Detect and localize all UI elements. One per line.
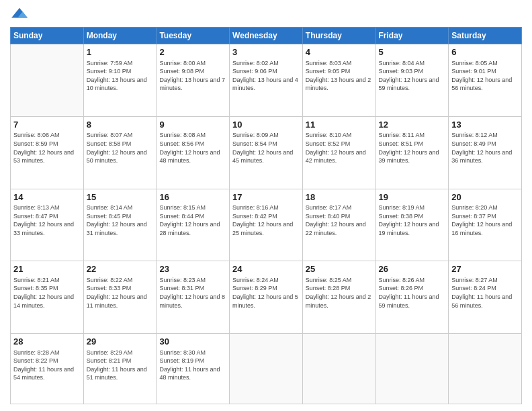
- cell-info: Sunrise: 8:04 AMSunset: 9:03 PMDaylight:…: [379, 59, 446, 93]
- calendar-cell: 28Sunrise: 8:28 AMSunset: 8:22 PMDayligh…: [11, 334, 84, 404]
- calendar-cell: [449, 334, 522, 404]
- day-number: 29: [87, 336, 154, 348]
- day-number: 4: [306, 46, 373, 58]
- calendar-cell: 19Sunrise: 8:19 AMSunset: 8:38 PMDayligh…: [375, 189, 449, 261]
- cell-info: Sunrise: 8:02 AMSunset: 9:06 PMDaylight:…: [232, 59, 300, 93]
- day-number: 6: [451, 46, 519, 58]
- calendar-cell: 16Sunrise: 8:15 AMSunset: 8:44 PMDayligh…: [157, 189, 230, 261]
- logo-icon: [10, 7, 29, 21]
- day-number: 26: [379, 263, 446, 275]
- day-number: 9: [159, 119, 226, 131]
- cell-info: Sunrise: 8:10 AMSunset: 8:52 PMDaylight:…: [306, 131, 373, 165]
- calendar-cell: 6Sunrise: 8:05 AMSunset: 9:01 PMDaylight…: [449, 44, 522, 117]
- calendar-cell: 4Sunrise: 8:03 AMSunset: 9:05 PMDaylight…: [302, 44, 375, 117]
- day-number: 1: [87, 46, 154, 58]
- page: SundayMondayTuesdayWednesdayThursdayFrid…: [0, 0, 532, 411]
- week-row-1: 1Sunrise: 7:59 AMSunset: 9:10 PMDaylight…: [11, 44, 522, 117]
- calendar-cell: 17Sunrise: 8:16 AMSunset: 8:42 PMDayligh…: [230, 189, 303, 261]
- cell-info: Sunrise: 8:07 AMSunset: 8:58 PMDaylight:…: [87, 131, 154, 165]
- calendar-table: SundayMondayTuesdayWednesdayThursdayFrid…: [10, 27, 522, 404]
- calendar-cell: 22Sunrise: 8:22 AMSunset: 8:33 PMDayligh…: [83, 261, 157, 334]
- header: [10, 7, 522, 21]
- calendar-cell: 1Sunrise: 7:59 AMSunset: 9:10 PMDaylight…: [83, 44, 157, 117]
- calendar-cell: 21Sunrise: 8:21 AMSunset: 8:35 PMDayligh…: [11, 261, 84, 334]
- cell-info: Sunrise: 8:00 AMSunset: 9:08 PMDaylight:…: [159, 59, 226, 93]
- weekday-header-row: SundayMondayTuesdayWednesdayThursdayFrid…: [11, 28, 522, 44]
- calendar-cell: 9Sunrise: 8:08 AMSunset: 8:56 PMDaylight…: [157, 116, 230, 189]
- cell-info: Sunrise: 8:29 AMSunset: 8:21 PMDaylight:…: [87, 349, 154, 382]
- day-number: 10: [232, 119, 300, 131]
- day-number: 30: [159, 336, 226, 348]
- cell-info: Sunrise: 8:20 AMSunset: 8:37 PMDaylight:…: [451, 203, 519, 237]
- calendar-cell: 11Sunrise: 8:10 AMSunset: 8:52 PMDayligh…: [302, 116, 375, 189]
- cell-info: Sunrise: 8:14 AMSunset: 8:45 PMDaylight:…: [87, 203, 154, 237]
- cell-info: Sunrise: 8:19 AMSunset: 8:38 PMDaylight:…: [379, 203, 446, 237]
- day-number: 16: [159, 191, 226, 203]
- calendar-cell: 5Sunrise: 8:04 AMSunset: 9:03 PMDaylight…: [375, 44, 449, 117]
- calendar-cell: 27Sunrise: 8:27 AMSunset: 8:24 PMDayligh…: [449, 261, 522, 334]
- cell-info: Sunrise: 8:30 AMSunset: 8:19 PMDaylight:…: [159, 349, 226, 382]
- calendar-cell: 18Sunrise: 8:17 AMSunset: 8:40 PMDayligh…: [302, 189, 375, 261]
- calendar-cell: [375, 334, 449, 404]
- weekday-header-saturday: Saturday: [449, 28, 522, 44]
- calendar-cell: 7Sunrise: 8:06 AMSunset: 8:59 PMDaylight…: [11, 116, 84, 189]
- day-number: 19: [379, 191, 446, 203]
- cell-info: Sunrise: 8:11 AMSunset: 8:51 PMDaylight:…: [379, 131, 446, 165]
- cell-info: Sunrise: 8:22 AMSunset: 8:33 PMDaylight:…: [87, 276, 154, 310]
- calendar-cell: 2Sunrise: 8:00 AMSunset: 9:08 PMDaylight…: [157, 44, 230, 117]
- cell-info: Sunrise: 7:59 AMSunset: 9:10 PMDaylight:…: [87, 59, 154, 93]
- cell-info: Sunrise: 8:13 AMSunset: 8:47 PMDaylight:…: [13, 203, 81, 237]
- cell-info: Sunrise: 8:28 AMSunset: 8:22 PMDaylight:…: [13, 349, 81, 382]
- day-number: 14: [13, 191, 81, 203]
- calendar-cell: 30Sunrise: 8:30 AMSunset: 8:19 PMDayligh…: [157, 334, 230, 404]
- day-number: 11: [306, 119, 373, 131]
- weekday-header-wednesday: Wednesday: [230, 28, 303, 44]
- day-number: 21: [13, 263, 81, 275]
- calendar-cell: 14Sunrise: 8:13 AMSunset: 8:47 PMDayligh…: [11, 189, 84, 261]
- calendar-cell: 13Sunrise: 8:12 AMSunset: 8:49 PMDayligh…: [449, 116, 522, 189]
- calendar-cell: 26Sunrise: 8:26 AMSunset: 8:26 PMDayligh…: [375, 261, 449, 334]
- day-number: 20: [451, 191, 519, 203]
- calendar-cell: [302, 334, 375, 404]
- week-row-5: 28Sunrise: 8:28 AMSunset: 8:22 PMDayligh…: [11, 334, 522, 404]
- calendar-cell: 10Sunrise: 8:09 AMSunset: 8:54 PMDayligh…: [230, 116, 303, 189]
- cell-info: Sunrise: 8:06 AMSunset: 8:59 PMDaylight:…: [13, 131, 81, 165]
- cell-info: Sunrise: 8:08 AMSunset: 8:56 PMDaylight:…: [159, 131, 226, 165]
- day-number: 15: [87, 191, 154, 203]
- calendar-cell: [11, 44, 84, 117]
- cell-info: Sunrise: 8:15 AMSunset: 8:44 PMDaylight:…: [159, 203, 226, 237]
- cell-info: Sunrise: 8:24 AMSunset: 8:29 PMDaylight:…: [232, 276, 300, 310]
- calendar-cell: 3Sunrise: 8:02 AMSunset: 9:06 PMDaylight…: [230, 44, 303, 117]
- cell-info: Sunrise: 8:21 AMSunset: 8:35 PMDaylight:…: [13, 276, 81, 310]
- cell-info: Sunrise: 8:26 AMSunset: 8:26 PMDaylight:…: [379, 276, 446, 310]
- day-number: 5: [379, 46, 446, 58]
- day-number: 18: [306, 191, 373, 203]
- calendar-cell: 23Sunrise: 8:23 AMSunset: 8:31 PMDayligh…: [157, 261, 230, 334]
- calendar-cell: 20Sunrise: 8:20 AMSunset: 8:37 PMDayligh…: [449, 189, 522, 261]
- day-number: 17: [232, 191, 300, 203]
- calendar-cell: 29Sunrise: 8:29 AMSunset: 8:21 PMDayligh…: [83, 334, 157, 404]
- day-number: 24: [232, 263, 300, 275]
- weekday-header-friday: Friday: [375, 28, 449, 44]
- week-row-3: 14Sunrise: 8:13 AMSunset: 8:47 PMDayligh…: [11, 189, 522, 261]
- day-number: 25: [306, 263, 373, 275]
- cell-info: Sunrise: 8:23 AMSunset: 8:31 PMDaylight:…: [159, 276, 226, 310]
- calendar-cell: 15Sunrise: 8:14 AMSunset: 8:45 PMDayligh…: [83, 189, 157, 261]
- day-number: 28: [13, 336, 81, 348]
- cell-info: Sunrise: 8:12 AMSunset: 8:49 PMDaylight:…: [451, 131, 519, 165]
- day-number: 13: [451, 119, 519, 131]
- logo: [10, 7, 32, 21]
- day-number: 3: [232, 46, 300, 58]
- weekday-header-monday: Monday: [83, 28, 157, 44]
- cell-info: Sunrise: 8:05 AMSunset: 9:01 PMDaylight:…: [451, 59, 519, 93]
- cell-info: Sunrise: 8:27 AMSunset: 8:24 PMDaylight:…: [451, 276, 519, 310]
- cell-info: Sunrise: 8:16 AMSunset: 8:42 PMDaylight:…: [232, 203, 300, 237]
- day-number: 8: [87, 119, 154, 131]
- weekday-header-tuesday: Tuesday: [157, 28, 230, 44]
- day-number: 23: [159, 263, 226, 275]
- day-number: 7: [13, 119, 81, 131]
- weekday-header-sunday: Sunday: [11, 28, 84, 44]
- day-number: 2: [159, 46, 226, 58]
- cell-info: Sunrise: 8:25 AMSunset: 8:28 PMDaylight:…: [306, 276, 373, 310]
- weekday-header-thursday: Thursday: [302, 28, 375, 44]
